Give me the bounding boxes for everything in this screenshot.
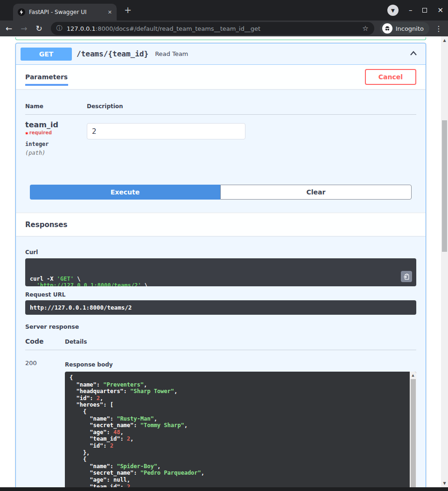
curl-block: curl -X 'GET' \ 'http://127.0.0.1:8000/t…: [25, 258, 416, 286]
cancel-button[interactable]: Cancel: [365, 69, 416, 85]
server-response-label: Server response: [25, 323, 416, 330]
request-url-label: Request URL: [25, 291, 416, 298]
parameter-name: team_id *required: [25, 120, 87, 138]
status-code: 200: [25, 357, 65, 487]
request-url-value: http://127.0.0.1:8000/teams/2: [25, 300, 416, 315]
window-bottom-frame: [0, 487, 448, 491]
operation-path: /teams/{team_id}: [77, 49, 148, 58]
copy-to-clipboard-button[interactable]: [401, 271, 412, 282]
active-tab-underline: [25, 84, 68, 86]
parameter-type: integer: [25, 141, 87, 147]
responses-body: Curl curl -X 'GET' \ 'http://127.0.0.1:8…: [16, 236, 426, 487]
page-scroll-down-icon[interactable]: ▼: [441, 481, 448, 485]
clear-button[interactable]: Clear: [220, 185, 412, 200]
scroll-up-arrow-icon[interactable]: ▲: [410, 372, 416, 377]
operation-summary: Read Team: [155, 50, 188, 57]
back-button[interactable]: ←: [6, 24, 12, 33]
team-id-input[interactable]: [87, 123, 245, 139]
maximize-button[interactable]: [422, 8, 427, 13]
name-column-header: Name: [25, 103, 87, 110]
browser-titlebar: FastAPI - Swagger UI ✕ + ▼ – ✕: [0, 0, 448, 21]
response-row: 200 Response body { "name": "Preventers"…: [25, 357, 416, 487]
minimize-button[interactable]: –: [409, 7, 413, 14]
required-asterisk: *: [25, 131, 28, 138]
parameter-row: team_id *required integer (path): [25, 120, 416, 156]
code-column-header: Code: [25, 338, 65, 345]
details-column-header: Details: [65, 339, 87, 345]
response-json-code: { "name": "Preventers", "headquarters": …: [65, 372, 416, 487]
curl-code: curl -X 'GET' \ 'http://127.0.0.1:8000/t…: [30, 276, 396, 286]
collapse-chevron-icon[interactable]: [406, 48, 421, 60]
curl-label: Curl: [25, 249, 416, 256]
tab-parameters[interactable]: Parameters: [25, 73, 68, 81]
get-operation-block: GET /teams/{team_id} Read Team Parameter…: [15, 43, 426, 487]
parameter-location: (path): [25, 150, 87, 156]
url-text: 127.0.0.1:8000/docs#/default/read_team_t…: [67, 25, 260, 32]
reload-button[interactable]: ↻: [36, 24, 42, 33]
new-tab-button[interactable]: +: [124, 5, 132, 15]
tab-close-icon[interactable]: ✕: [108, 9, 112, 15]
incognito-label: Incognito: [396, 25, 424, 32]
url-host: 127.0.0.1: [67, 25, 96, 32]
responses-title: Responses: [25, 221, 67, 229]
execute-button[interactable]: Execute: [30, 185, 220, 200]
close-window-button[interactable]: ✕: [437, 7, 443, 14]
table-divider: [25, 114, 416, 115]
method-badge: GET: [21, 48, 72, 61]
fastapi-favicon-icon: [18, 8, 25, 16]
required-label: required: [29, 130, 52, 135]
page-scrollbar[interactable]: ▲ ▼: [441, 36, 448, 487]
page-viewport: GET /teams/{team_id} Read Team Parameter…: [0, 36, 448, 487]
tab-title: FastAPI - Swagger UI: [29, 9, 104, 15]
browser-tab[interactable]: FastAPI - Swagger UI ✕: [13, 4, 117, 21]
parameters-tab-label: Parameters: [25, 73, 68, 81]
description-column-header: Description: [87, 103, 123, 110]
browser-menu-button[interactable]: ⋮: [435, 24, 442, 33]
parameters-section-header: Parameters Cancel: [16, 65, 426, 89]
operation-header[interactable]: GET /teams/{team_id} Read Team: [16, 43, 426, 65]
responses-section-header: Responses: [16, 213, 426, 236]
response-body-label: Response body: [65, 361, 416, 368]
browser-menu-circle-icon[interactable]: ▼: [387, 5, 399, 16]
url-path: :8000/docs#/default/read_team_teams__tea…: [96, 25, 260, 32]
bookmark-star-icon[interactable]: ☆: [362, 24, 368, 33]
browser-toolbar: ← → ↻ ⓘ 127.0.0.1:8000/docs#/default/rea…: [0, 21, 448, 36]
incognito-icon: [382, 23, 392, 34]
response-body-block: { "name": "Preventers", "headquarters": …: [65, 372, 416, 487]
address-bar[interactable]: ⓘ 127.0.0.1:8000/docs#/default/read_team…: [51, 22, 374, 35]
swagger-page: GET /teams/{team_id} Read Team Parameter…: [0, 36, 441, 487]
response-table-divider: [25, 350, 416, 350]
incognito-badge: Incognito: [380, 22, 429, 35]
site-info-icon[interactable]: ⓘ: [56, 24, 63, 33]
page-scroll-up-icon[interactable]: ▲: [441, 38, 448, 42]
response-scrollbar-thumb[interactable]: [411, 379, 416, 487]
page-scrollbar-thumb[interactable]: [442, 120, 447, 252]
forward-button: →: [21, 24, 27, 33]
response-body-scrollbar[interactable]: ▲: [410, 372, 416, 487]
previous-operation-block-edge: [15, 37, 426, 40]
parameters-body: Name Description team_id *required integ…: [16, 103, 426, 213]
